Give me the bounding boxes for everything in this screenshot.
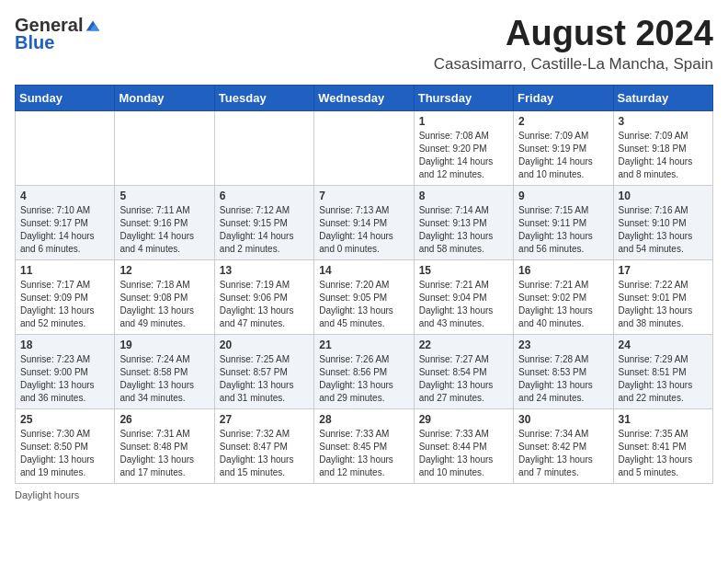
day-info: Sunrise: 7:29 AM Sunset: 8:51 PM Dayligh… xyxy=(619,353,708,405)
week-row-1: 1Sunrise: 7:08 AM Sunset: 9:20 PM Daylig… xyxy=(16,110,713,185)
day-number: 15 xyxy=(419,264,508,277)
calendar-cell: 3Sunrise: 7:09 AM Sunset: 9:18 PM Daylig… xyxy=(613,110,712,185)
calendar-cell: 7Sunrise: 7:13 AM Sunset: 9:14 PM Daylig… xyxy=(314,185,414,259)
day-info: Sunrise: 7:10 AM Sunset: 9:17 PM Dayligh… xyxy=(20,204,109,256)
day-info: Sunrise: 7:08 AM Sunset: 9:20 PM Dayligh… xyxy=(419,130,508,181)
day-info: Sunrise: 7:35 AM Sunset: 8:41 PM Dayligh… xyxy=(619,428,708,479)
logo-icon xyxy=(85,17,101,34)
day-info: Sunrise: 7:26 AM Sunset: 8:56 PM Dayligh… xyxy=(319,353,408,405)
page-header: General Blue August 2024 Casasimarro, Ca… xyxy=(15,15,713,74)
col-header-friday: Friday xyxy=(514,85,613,110)
day-number: 14 xyxy=(319,264,408,277)
day-info: Sunrise: 7:22 AM Sunset: 9:01 PM Dayligh… xyxy=(619,279,708,330)
calendar-cell: 17Sunrise: 7:22 AM Sunset: 9:01 PM Dayli… xyxy=(613,259,712,334)
day-number: 10 xyxy=(619,190,708,202)
day-info: Sunrise: 7:24 AM Sunset: 8:58 PM Dayligh… xyxy=(119,353,209,405)
day-number: 12 xyxy=(119,264,209,277)
day-info: Sunrise: 7:32 AM Sunset: 8:47 PM Dayligh… xyxy=(220,428,309,479)
day-number: 22 xyxy=(419,339,508,351)
day-number: 17 xyxy=(619,264,708,277)
calendar-cell: 8Sunrise: 7:14 AM Sunset: 9:13 PM Daylig… xyxy=(414,185,513,259)
day-number: 8 xyxy=(419,190,508,202)
footer-note: Daylight hours xyxy=(15,489,713,500)
calendar-cell xyxy=(214,110,313,185)
calendar-cell: 9Sunrise: 7:15 AM Sunset: 9:11 PM Daylig… xyxy=(514,185,613,259)
calendar-cell xyxy=(16,110,115,185)
day-number: 29 xyxy=(419,413,508,426)
day-number: 7 xyxy=(319,190,408,202)
title-section: August 2024 Casasimarro, Castille-La Man… xyxy=(434,15,713,74)
day-info: Sunrise: 7:28 AM Sunset: 8:53 PM Dayligh… xyxy=(518,353,608,405)
calendar-cell: 20Sunrise: 7:25 AM Sunset: 8:57 PM Dayli… xyxy=(214,334,313,408)
day-info: Sunrise: 7:34 AM Sunset: 8:42 PM Dayligh… xyxy=(518,428,608,479)
calendar-cell: 6Sunrise: 7:12 AM Sunset: 9:15 PM Daylig… xyxy=(214,185,313,259)
day-info: Sunrise: 7:27 AM Sunset: 8:54 PM Dayligh… xyxy=(419,353,508,405)
calendar-cell: 18Sunrise: 7:23 AM Sunset: 9:00 PM Dayli… xyxy=(16,334,115,408)
col-header-sunday: Sunday xyxy=(16,85,115,110)
calendar-cell: 25Sunrise: 7:30 AM Sunset: 8:50 PM Dayli… xyxy=(16,408,115,483)
calendar-cell: 12Sunrise: 7:18 AM Sunset: 9:08 PM Dayli… xyxy=(115,259,214,334)
week-row-2: 4Sunrise: 7:10 AM Sunset: 9:17 PM Daylig… xyxy=(16,185,713,259)
col-header-thursday: Thursday xyxy=(414,85,513,110)
day-info: Sunrise: 7:20 AM Sunset: 9:05 PM Dayligh… xyxy=(319,279,408,330)
col-header-tuesday: Tuesday xyxy=(214,85,313,110)
day-number: 9 xyxy=(518,190,608,202)
day-info: Sunrise: 7:17 AM Sunset: 9:09 PM Dayligh… xyxy=(20,279,109,330)
day-number: 2 xyxy=(518,115,608,128)
calendar-cell: 11Sunrise: 7:17 AM Sunset: 9:09 PM Dayli… xyxy=(16,259,115,334)
day-info: Sunrise: 7:18 AM Sunset: 9:08 PM Dayligh… xyxy=(119,279,209,330)
logo: General Blue xyxy=(15,15,101,53)
calendar-cell: 2Sunrise: 7:09 AM Sunset: 9:19 PM Daylig… xyxy=(514,110,613,185)
day-number: 4 xyxy=(20,190,109,202)
day-info: Sunrise: 7:19 AM Sunset: 9:06 PM Dayligh… xyxy=(220,279,309,330)
calendar-cell: 27Sunrise: 7:32 AM Sunset: 8:47 PM Dayli… xyxy=(214,408,313,483)
location-subtitle: Casasimarro, Castille-La Mancha, Spain xyxy=(434,55,713,74)
calendar-cell: 26Sunrise: 7:31 AM Sunset: 8:48 PM Dayli… xyxy=(115,408,214,483)
calendar-cell xyxy=(314,110,414,185)
calendar-cell: 24Sunrise: 7:29 AM Sunset: 8:51 PM Dayli… xyxy=(613,334,712,408)
calendar-cell: 10Sunrise: 7:16 AM Sunset: 9:10 PM Dayli… xyxy=(613,185,712,259)
calendar-cell: 30Sunrise: 7:34 AM Sunset: 8:42 PM Dayli… xyxy=(514,408,613,483)
calendar-cell: 1Sunrise: 7:08 AM Sunset: 9:20 PM Daylig… xyxy=(414,110,513,185)
day-number: 21 xyxy=(319,339,408,351)
week-row-4: 18Sunrise: 7:23 AM Sunset: 9:00 PM Dayli… xyxy=(16,334,713,408)
day-info: Sunrise: 7:33 AM Sunset: 8:44 PM Dayligh… xyxy=(419,428,508,479)
calendar-cell: 23Sunrise: 7:28 AM Sunset: 8:53 PM Dayli… xyxy=(514,334,613,408)
calendar-cell: 22Sunrise: 7:27 AM Sunset: 8:54 PM Dayli… xyxy=(414,334,513,408)
day-info: Sunrise: 7:33 AM Sunset: 8:45 PM Dayligh… xyxy=(319,428,408,479)
calendar-cell: 28Sunrise: 7:33 AM Sunset: 8:45 PM Dayli… xyxy=(314,408,414,483)
col-header-wednesday: Wednesday xyxy=(314,85,414,110)
day-number: 31 xyxy=(619,413,708,426)
day-number: 11 xyxy=(20,264,109,277)
day-info: Sunrise: 7:12 AM Sunset: 9:15 PM Dayligh… xyxy=(220,204,309,256)
day-number: 27 xyxy=(220,413,309,426)
calendar-cell: 4Sunrise: 7:10 AM Sunset: 9:17 PM Daylig… xyxy=(16,185,115,259)
day-info: Sunrise: 7:09 AM Sunset: 9:18 PM Dayligh… xyxy=(619,130,708,181)
day-number: 16 xyxy=(518,264,608,277)
day-info: Sunrise: 7:09 AM Sunset: 9:19 PM Dayligh… xyxy=(518,130,608,181)
month-year-title: August 2024 xyxy=(434,15,713,53)
day-number: 20 xyxy=(220,339,309,351)
day-number: 30 xyxy=(518,413,608,426)
day-info: Sunrise: 7:30 AM Sunset: 8:50 PM Dayligh… xyxy=(20,428,109,479)
day-info: Sunrise: 7:14 AM Sunset: 9:13 PM Dayligh… xyxy=(419,204,508,256)
day-number: 6 xyxy=(220,190,309,202)
calendar-cell: 21Sunrise: 7:26 AM Sunset: 8:56 PM Dayli… xyxy=(314,334,414,408)
col-header-monday: Monday xyxy=(115,85,214,110)
day-info: Sunrise: 7:31 AM Sunset: 8:48 PM Dayligh… xyxy=(119,428,209,479)
day-number: 28 xyxy=(319,413,408,426)
calendar-cell xyxy=(115,110,214,185)
day-number: 18 xyxy=(20,339,109,351)
calendar-cell: 31Sunrise: 7:35 AM Sunset: 8:41 PM Dayli… xyxy=(613,408,712,483)
calendar-cell: 5Sunrise: 7:11 AM Sunset: 9:16 PM Daylig… xyxy=(115,185,214,259)
day-info: Sunrise: 7:16 AM Sunset: 9:10 PM Dayligh… xyxy=(619,204,708,256)
day-info: Sunrise: 7:23 AM Sunset: 9:00 PM Dayligh… xyxy=(20,353,109,405)
calendar-cell: 15Sunrise: 7:21 AM Sunset: 9:04 PM Dayli… xyxy=(414,259,513,334)
day-number: 1 xyxy=(419,115,508,128)
day-info: Sunrise: 7:25 AM Sunset: 8:57 PM Dayligh… xyxy=(220,353,309,405)
day-info: Sunrise: 7:21 AM Sunset: 9:04 PM Dayligh… xyxy=(419,279,508,330)
calendar-table: SundayMondayTuesdayWednesdayThursdayFrid… xyxy=(15,85,713,484)
logo-blue-text: Blue xyxy=(15,32,54,53)
day-number: 26 xyxy=(119,413,209,426)
day-number: 19 xyxy=(119,339,209,351)
